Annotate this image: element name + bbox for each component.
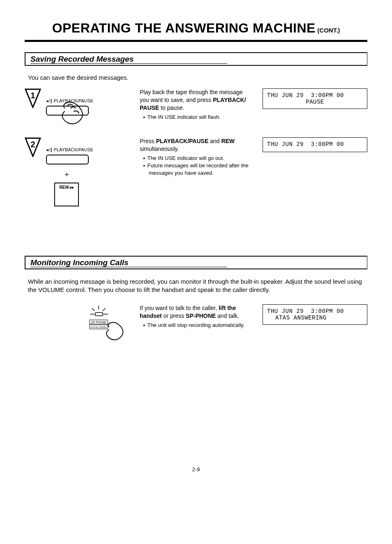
step-1-text: Play back the tape through the message y…: [140, 88, 254, 121]
sp-phone-icon: SP-PHONE VOICE STDBY: [86, 304, 123, 341]
step-2-badge: 2: [25, 137, 41, 157]
title-cont: (CONT.): [317, 27, 340, 34]
section-header-saving: Saving Recorded Messages: [25, 52, 367, 66]
lcd-display-2: THU JUN 29 3:00PM 00: [263, 137, 367, 152]
title-main: OPERATING THE ANSWERING MACHINE: [52, 21, 316, 35]
monitoring-intro: While an incoming message is being recor…: [28, 278, 364, 294]
monitoring-text: If you want to talk to the caller, lift …: [140, 304, 254, 343]
lcd-display-1: THU JUN 29 3:00PM 00 PAUSE: [263, 88, 367, 109]
section-header-saving-text: Saving Recorded Messages: [30, 55, 134, 63]
step-2-text: Press PLAYBACK/PAUSE and REW simultaneou…: [140, 137, 254, 206]
step1-bullet: The IN USE indicator will flash.: [149, 113, 250, 121]
step-1-row: 1 ◂/∥ PLAYBACK/PAUSE: [25, 88, 367, 121]
step2-bullet-2: Future messages will be recorded after t…: [149, 162, 250, 177]
rew-label: REW ▸▸: [59, 185, 74, 190]
step-triangle-icon: 1: [25, 88, 41, 108]
lcd3-line2: ATAS ANSWERING: [267, 315, 363, 321]
lcd3-line1: THU JUN 29 3:00PM 00: [267, 308, 363, 315]
section-header-monitoring: Monitoring Incoming Calls: [25, 256, 367, 269]
svg-text:SP-PHONE: SP-PHONE: [91, 321, 106, 324]
hand-press-icon: [58, 100, 87, 130]
lcd1-line1: THU JUN 29 3:00PM 00: [267, 92, 363, 99]
lcd-display-3: THU JUN 29 3:00PM 00 ATAS ANSWERING: [263, 304, 367, 325]
page-number: 2-9: [25, 466, 367, 472]
title-rule: [25, 40, 367, 42]
step-triangle-icon: 2: [25, 137, 41, 157]
section-header-monitoring-text: Monitoring Incoming Calls: [30, 258, 129, 267]
step-1-badge: 1: [25, 88, 41, 108]
playback-pause-label-2: ◂/∥ PLAYBACK/PAUSE: [46, 147, 93, 152]
svg-line-6: [103, 308, 105, 311]
step-2-row: 2 ◂/∥ PLAYBACK/PAUSE + REW ▸▸ Press PLAY…: [25, 137, 367, 206]
svg-text:2: 2: [30, 140, 35, 149]
saving-intro: You can save the desired messages.: [28, 74, 367, 81]
step2-bullet-1: The IN USE indicator will go out.: [149, 155, 250, 162]
lcd1-line2: PAUSE: [267, 99, 363, 105]
monitoring-row: SP-PHONE VOICE STDBY If you want to talk…: [25, 304, 367, 343]
plus-symbol: +: [46, 171, 87, 179]
svg-rect-7: [95, 313, 103, 316]
svg-line-4: [92, 308, 95, 311]
sp-phone-illustration: SP-PHONE VOICE STDBY: [86, 304, 123, 343]
rew-button-icon: REW ▸▸: [54, 183, 79, 206]
page-title: OPERATING THE ANSWERING MACHINE (CONT.): [25, 21, 367, 36]
svg-text:VOICE STDBY: VOICE STDBY: [90, 326, 107, 329]
svg-text:1: 1: [30, 91, 35, 100]
playback-pause-button-icon-2: [46, 155, 89, 164]
lcd2-line1: THU JUN 29 3:00PM 00: [267, 141, 363, 148]
monitoring-bullet: The unit will stop recording automatical…: [149, 322, 250, 329]
